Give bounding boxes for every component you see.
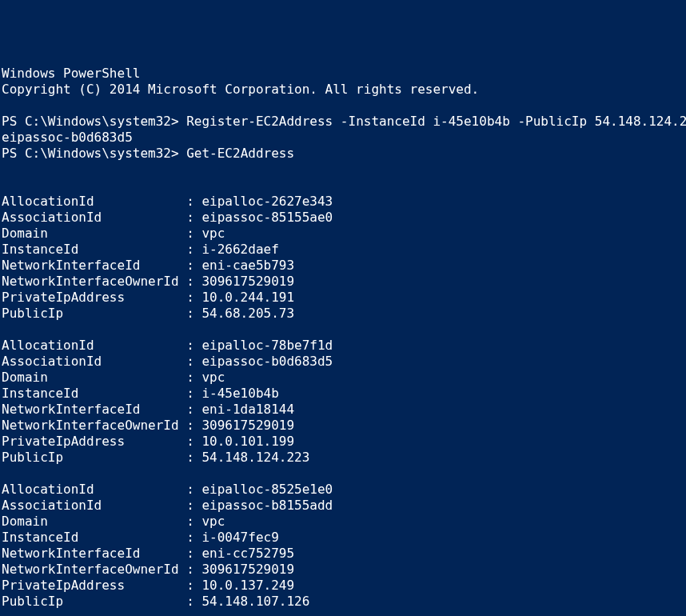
- blank-line: [2, 98, 684, 114]
- records-output: AllocationId : eipalloc-2627e343Associat…: [2, 194, 684, 610]
- record-field-associationid: AssociationId : eipassoc-b8155add: [2, 498, 684, 514]
- header-copyright: Copyright (C) 2014 Microsoft Corporation…: [2, 82, 684, 98]
- output-register: eipassoc-b0d683d5: [2, 130, 684, 146]
- record-field-networkinterfaceid: NetworkInterfaceId : eni-cc752795: [2, 546, 684, 562]
- record-field-networkinterfaceownerid: NetworkInterfaceOwnerId : 309617529019: [2, 562, 684, 578]
- record-field-allocationid: AllocationId : eipalloc-2627e343: [2, 194, 684, 210]
- prompt: PS C:\Windows\system32>: [2, 146, 179, 161]
- record-field-networkinterfaceid: NetworkInterfaceId : eni-1da18144: [2, 402, 684, 418]
- record-field-domain: Domain : vpc: [2, 226, 684, 242]
- record-field-domain: Domain : vpc: [2, 370, 684, 386]
- command-line-1: PS C:\Windows\system32> Register-EC2Addr…: [2, 114, 684, 130]
- record-field-publicip: PublicIp : 54.148.124.223: [2, 450, 684, 466]
- record-field-networkinterfaceid: NetworkInterfaceId : eni-cae5b793: [2, 258, 684, 274]
- record-field-privateipaddress: PrivateIpAddress : 10.0.137.249: [2, 578, 684, 594]
- record-field-allocationid: AllocationId : eipalloc-8525e1e0: [2, 482, 684, 498]
- header-title: Windows PowerShell: [2, 66, 684, 82]
- record-field-instanceid: InstanceId : i-2662daef: [2, 242, 684, 258]
- record-field-privateipaddress: PrivateIpAddress : 10.0.101.199: [2, 434, 684, 450]
- record-field-allocationid: AllocationId : eipalloc-78be7f1d: [2, 338, 684, 354]
- record-field-publicip: PublicIp : 54.148.107.126: [2, 594, 684, 610]
- record-field-privateipaddress: PrivateIpAddress : 10.0.244.191: [2, 290, 684, 306]
- blank-line: [2, 466, 684, 482]
- record-field-associationid: AssociationId : eipassoc-85155ae0: [2, 210, 684, 226]
- record-field-instanceid: InstanceId : i-45e10b4b: [2, 386, 684, 402]
- command-line-2: PS C:\Windows\system32> Get-EC2Address: [2, 146, 684, 162]
- blank-line: [2, 162, 684, 178]
- command-register: Register-EC2Address -InstanceId i-45e10b…: [186, 114, 686, 129]
- record-field-instanceid: InstanceId : i-0047fec9: [2, 530, 684, 546]
- record-field-networkinterfaceownerid: NetworkInterfaceOwnerId : 309617529019: [2, 274, 684, 290]
- command-get: Get-EC2Address: [186, 146, 294, 161]
- blank-line: [2, 178, 684, 194]
- record-field-networkinterfaceownerid: NetworkInterfaceOwnerId : 309617529019: [2, 418, 684, 434]
- prompt: PS C:\Windows\system32>: [2, 114, 179, 129]
- powershell-terminal[interactable]: Windows PowerShellCopyright (C) 2014 Mic…: [2, 66, 684, 616]
- blank-line: [2, 322, 684, 338]
- record-field-publicip: PublicIp : 54.68.205.73: [2, 306, 684, 322]
- record-field-associationid: AssociationId : eipassoc-b0d683d5: [2, 354, 684, 370]
- record-field-domain: Domain : vpc: [2, 514, 684, 530]
- blank-line: [2, 610, 684, 616]
